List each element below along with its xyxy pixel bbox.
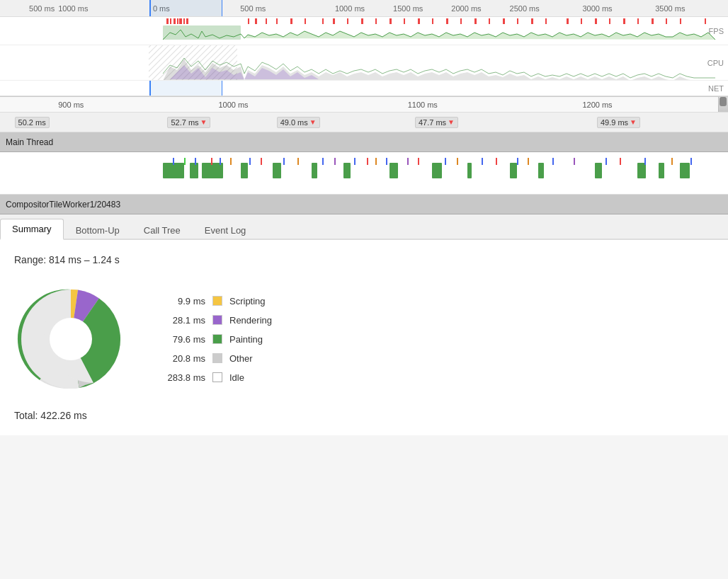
- scroll-indicator[interactable]: [718, 97, 728, 112]
- svg-rect-34: [623, 18, 625, 24]
- summary-panel: Range: 814 ms – 1.24 s: [0, 240, 728, 435]
- detail-ruler-label: 900 ms: [58, 101, 84, 109]
- svg-rect-84: [517, 158, 518, 165]
- svg-rect-77: [386, 158, 387, 165]
- svg-rect-87: [574, 158, 575, 165]
- svg-rect-20: [418, 18, 420, 24]
- scroll-thumb[interactable]: [720, 97, 727, 106]
- svg-rect-65: [211, 158, 212, 165]
- frame-badge: 47.7 ms▼: [415, 117, 458, 128]
- ruler-labels: 500 ms1000 ms0 ms500 ms1000 ms1500 ms200…: [0, 0, 728, 16]
- svg-rect-12: [305, 18, 306, 24]
- svg-rect-90: [644, 158, 646, 165]
- svg-rect-76: [375, 158, 377, 165]
- svg-rect-4: [179, 18, 182, 24]
- svg-rect-10: [276, 18, 278, 24]
- svg-rect-32: [595, 18, 597, 24]
- svg-rect-86: [552, 158, 554, 165]
- svg-rect-46: [163, 163, 184, 178]
- legend-label: Other: [229, 353, 253, 364]
- tab-bottom-up[interactable]: Bottom-Up: [64, 220, 132, 240]
- svg-rect-81: [457, 158, 458, 165]
- ruler-label: 1000 ms: [58, 4, 88, 13]
- legend-swatch: [212, 353, 222, 363]
- timeline-container: 500 ms1000 ms0 ms500 ms1000 ms1500 ms200…: [0, 0, 728, 97]
- svg-rect-67: [230, 158, 232, 165]
- detail-ruler-label: 1100 ms: [408, 101, 438, 109]
- svg-rect-79: [418, 158, 419, 165]
- svg-rect-14: [333, 18, 335, 24]
- svg-rect-2: [174, 18, 176, 24]
- tab-summary[interactable]: Summary: [0, 219, 64, 240]
- svg-rect-28: [531, 18, 533, 24]
- svg-rect-66: [220, 158, 221, 165]
- svg-rect-0: [166, 18, 169, 24]
- svg-rect-35: [637, 18, 639, 24]
- svg-rect-68: [249, 158, 251, 165]
- svg-rect-3: [177, 18, 178, 24]
- net-selected-range: [149, 81, 222, 96]
- legend-swatch: [212, 334, 222, 344]
- svg-rect-60: [659, 163, 664, 178]
- compositor-thread-header: CompositorTileWorker1/20483: [0, 195, 728, 214]
- svg-rect-73: [334, 158, 336, 165]
- tab-call-tree[interactable]: Call Tree: [132, 220, 193, 240]
- frame-badge: 49.9 ms▼: [597, 117, 640, 128]
- svg-rect-18: [389, 18, 392, 24]
- legend-value: 79.6 ms: [156, 334, 205, 345]
- svg-rect-92: [690, 158, 692, 165]
- svg-point-95: [50, 318, 92, 360]
- main-thread-track: [0, 152, 728, 195]
- legend-swatch: [212, 296, 222, 306]
- svg-rect-62: [173, 158, 174, 165]
- svg-rect-16: [361, 18, 363, 24]
- tab-event-log[interactable]: Event Log: [193, 220, 258, 240]
- main-thread-chart: [0, 152, 728, 195]
- svg-rect-17: [375, 18, 377, 24]
- svg-rect-85: [528, 158, 529, 165]
- svg-rect-63: [184, 158, 186, 165]
- svg-rect-75: [367, 158, 368, 165]
- svg-rect-83: [496, 158, 497, 165]
- ruler-label: 3500 ms: [655, 4, 685, 13]
- svg-rect-72: [322, 158, 324, 165]
- frame-timing: 50.2 ms52.7 ms▼49.0 ms▼47.7 ms▼49.9 ms▼: [0, 113, 728, 132]
- svg-rect-64: [195, 158, 196, 165]
- svg-rect-39: [705, 18, 706, 24]
- svg-rect-78: [407, 158, 409, 165]
- svg-rect-33: [609, 18, 610, 24]
- svg-rect-27: [517, 18, 518, 24]
- svg-rect-23: [460, 18, 462, 24]
- svg-rect-26: [503, 18, 505, 24]
- ruler-label: 1500 ms: [393, 4, 423, 13]
- legend: 9.9 msScripting28.1 msRendering79.6 msPa…: [156, 296, 272, 383]
- svg-rect-25: [489, 18, 490, 24]
- svg-rect-7: [248, 18, 249, 24]
- svg-rect-8: [255, 18, 257, 24]
- tabs-bar: SummaryBottom-UpCall TreeEvent Log: [0, 214, 728, 240]
- svg-rect-49: [241, 163, 248, 178]
- svg-rect-88: [605, 158, 607, 165]
- svg-rect-19: [404, 18, 405, 24]
- svg-rect-38: [680, 18, 681, 24]
- svg-rect-61: [680, 163, 690, 178]
- legend-value: 28.1 ms: [156, 315, 205, 326]
- svg-rect-80: [445, 158, 446, 165]
- total-text: Total: 422.26 ms: [14, 410, 714, 421]
- legend-value: 9.9 ms: [156, 296, 205, 306]
- svg-rect-54: [432, 163, 442, 178]
- legend-item: 79.6 msPainting: [156, 334, 272, 345]
- svg-rect-13: [322, 18, 324, 24]
- svg-rect-58: [595, 163, 602, 178]
- net-track: NET: [0, 81, 728, 96]
- svg-rect-82: [482, 158, 483, 165]
- svg-rect-5: [183, 18, 185, 24]
- svg-rect-11: [290, 18, 292, 24]
- main-thread-label: Main Thread: [6, 137, 53, 147]
- svg-rect-30: [567, 18, 569, 24]
- ruler-label: 2000 ms: [451, 4, 481, 13]
- svg-rect-57: [538, 163, 544, 178]
- frame-badge: 49.0 ms▼: [277, 117, 320, 128]
- legend-swatch: [212, 372, 222, 382]
- svg-rect-59: [637, 163, 646, 178]
